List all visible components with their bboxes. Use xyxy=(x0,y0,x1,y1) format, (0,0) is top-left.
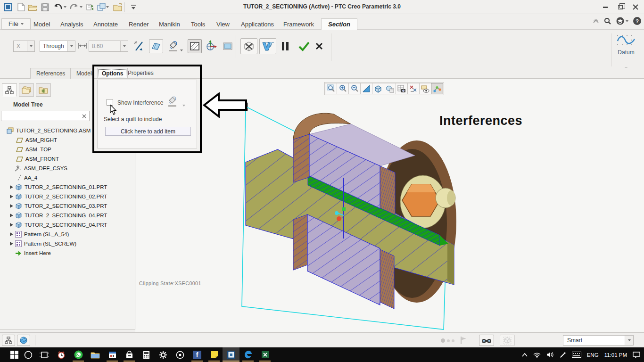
wifi-icon[interactable] xyxy=(533,352,541,358)
saved-orientations-icon[interactable] xyxy=(384,83,396,94)
tree-item-insert-here[interactable]: Insert Here xyxy=(0,248,135,258)
tray-expand-icon[interactable] xyxy=(522,353,528,357)
datum-display-filters-icon[interactable] xyxy=(407,83,420,94)
tree-item-axis[interactable]: AA_4 xyxy=(0,173,135,182)
close-button[interactable] xyxy=(630,3,641,11)
store-icon[interactable] xyxy=(121,347,138,362)
language-indicator[interactable]: ENG xyxy=(587,352,599,358)
panel-tab-references[interactable]: References xyxy=(30,68,71,79)
view-manager-icon[interactable] xyxy=(396,83,408,94)
expand-icon[interactable] xyxy=(8,241,14,247)
tab-view[interactable]: View xyxy=(209,18,237,30)
selection-filter-dropdown[interactable]: Smart xyxy=(563,335,634,346)
pen-icon[interactable] xyxy=(560,352,566,358)
tree-item-plane[interactable]: ASM_FRONT xyxy=(0,154,135,164)
accept-icon[interactable] xyxy=(298,41,310,51)
tree-item-csys[interactable]: ASM_DEF_CSYS xyxy=(0,164,135,173)
flip-direction-icon[interactable] xyxy=(133,40,144,52)
hatch-pattern-button[interactable] xyxy=(188,39,202,53)
depth-option-combo[interactable]: Through xyxy=(40,41,75,52)
tab-analysis[interactable]: Analysis xyxy=(53,18,90,30)
tree-item-pattern[interactable]: Pattern (SL_SCREW) xyxy=(0,239,135,248)
search-icon[interactable] xyxy=(604,17,611,25)
toggle-model-tree-button[interactable] xyxy=(2,335,15,346)
cortana-icon[interactable] xyxy=(20,347,37,362)
whatsapp-icon[interactable] xyxy=(70,347,87,362)
tab-applications[interactable]: Applications xyxy=(234,18,281,30)
hatch-color-bucket-button[interactable] xyxy=(166,39,180,53)
tree-item-pattern[interactable]: Pattern (SL_A_54) xyxy=(0,230,135,239)
facebook-icon[interactable]: f xyxy=(189,347,206,362)
preview-rect-button[interactable] xyxy=(221,39,235,53)
csys-green-handle[interactable] xyxy=(342,207,346,211)
tree-item-part[interactable]: TUTOR_2_SECTIONING_04.PRT xyxy=(0,220,135,230)
clear-search-icon[interactable] xyxy=(82,114,87,119)
interference-color-bucket-icon[interactable] xyxy=(166,95,179,107)
tab-annotate[interactable]: Annotate xyxy=(86,18,125,30)
alarms-icon[interactable] xyxy=(53,347,70,362)
toggle-browser-button[interactable] xyxy=(17,335,30,346)
expand-icon[interactable] xyxy=(8,203,14,209)
expand-icon[interactable] xyxy=(8,231,14,237)
favorites-tab[interactable] xyxy=(36,83,51,97)
pause-icon[interactable] xyxy=(282,42,289,50)
zoom-in-icon[interactable] xyxy=(337,83,349,94)
box-select-button[interactable] xyxy=(500,335,515,346)
minimize-button[interactable] xyxy=(600,3,611,11)
datum-group[interactable]: Datum xyxy=(612,33,640,71)
display-style-icon[interactable] xyxy=(372,83,384,94)
help-icon[interactable]: ? xyxy=(633,17,641,25)
model-tree-tab[interactable] xyxy=(2,83,17,97)
csys-cyan-handle[interactable] xyxy=(335,211,339,215)
zoom-out-icon[interactable] xyxy=(348,83,361,94)
tab-model[interactable]: Model xyxy=(26,18,57,30)
interference-shaded-toggle[interactable] xyxy=(259,38,276,54)
task-view-icon[interactable] xyxy=(36,347,53,362)
tree-item-part[interactable]: TUTOR_2_SECTIONING_01.PRT xyxy=(0,182,135,192)
touch-keyboard-icon[interactable] xyxy=(572,352,581,358)
settings-icon[interactable] xyxy=(155,347,172,362)
calendar-icon[interactable] xyxy=(104,347,121,362)
refit-icon[interactable] xyxy=(360,83,372,94)
sticky-notes-icon[interactable] xyxy=(206,347,223,362)
restore-button[interactable] xyxy=(615,3,626,11)
office-icon[interactable] xyxy=(172,347,189,362)
expand-icon[interactable] xyxy=(8,194,14,199)
expand-icon[interactable] xyxy=(8,222,14,228)
tab-framework[interactable]: Framework xyxy=(276,18,321,30)
csys-red-handle[interactable] xyxy=(337,216,341,221)
tab-section[interactable]: Section xyxy=(321,18,357,30)
annotation-display-icon[interactable] xyxy=(419,83,431,94)
tree-item-part[interactable]: TUTOR_2_SECTIONING_04.PRT xyxy=(0,211,135,220)
tree-item-part[interactable]: TUTOR_2_SECTIONING_03.PRT xyxy=(0,201,135,211)
bucket-dropdown-icon[interactable] xyxy=(180,45,183,53)
tab-tools[interactable]: Tools xyxy=(184,18,212,30)
zoom-region-icon[interactable] xyxy=(325,83,337,94)
properties-tab[interactable]: Properties xyxy=(124,68,158,79)
clock[interactable]: 11:01 PM xyxy=(604,352,627,358)
excel-icon[interactable] xyxy=(256,347,273,362)
spin-center-icon[interactable] xyxy=(431,83,443,94)
orient-axis-icon[interactable] xyxy=(204,39,218,53)
cancel-icon[interactable] xyxy=(315,42,323,50)
tree-search-input[interactable] xyxy=(3,112,79,120)
tree-search-box[interactable] xyxy=(1,111,90,121)
interference-wireframe-toggle[interactable] xyxy=(240,38,257,54)
add-item-button[interactable]: Click here to add item xyxy=(105,127,191,136)
learning-connector-icon[interactable] xyxy=(616,17,628,25)
edge-icon[interactable] xyxy=(239,347,256,362)
folder-browser-tab[interactable] xyxy=(19,83,34,97)
flag-icon[interactable] xyxy=(460,336,467,345)
bucket-dropdown-icon[interactable] xyxy=(182,100,185,108)
collapse-ribbon-icon[interactable] xyxy=(593,19,599,24)
expand-icon[interactable] xyxy=(8,184,14,190)
creo-taskbar-icon[interactable] xyxy=(223,347,239,362)
file-explorer-icon[interactable] xyxy=(87,347,104,362)
tree-item-part[interactable]: TUTOR_2_SECTIONING_02.PRT xyxy=(0,192,135,201)
action-center-icon[interactable] xyxy=(633,352,640,358)
section-plane-button[interactable] xyxy=(149,39,163,53)
volume-icon[interactable] xyxy=(546,352,554,358)
tab-render[interactable]: Render xyxy=(122,18,156,30)
find-button[interactable] xyxy=(479,335,494,346)
tab-manikin[interactable]: Manikin xyxy=(152,18,187,30)
